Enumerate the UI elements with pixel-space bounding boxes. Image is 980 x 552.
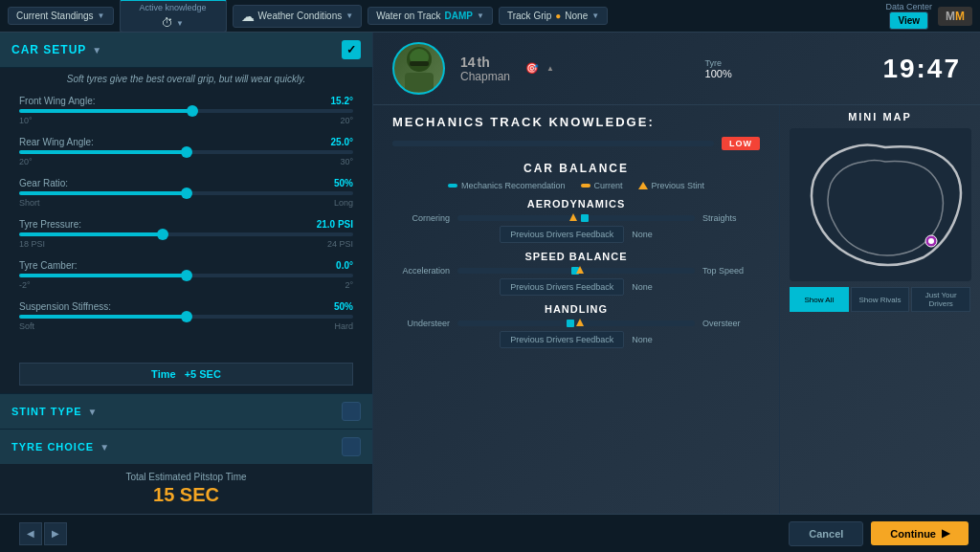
driver-icons: 🎯 ▲ xyxy=(525,62,554,75)
tyre-choice-bar[interactable]: TYRE CHOICE ▼ xyxy=(0,429,372,464)
slider-thumb-0[interactable] xyxy=(187,105,198,117)
speed-feedback-btn[interactable]: Previous Drivers Feedback xyxy=(500,278,624,296)
slider-range-2: Short Long xyxy=(19,198,353,208)
slider-max-2: Long xyxy=(334,198,353,208)
driver-name: Chapman xyxy=(460,70,510,83)
slider-range-1: 20° 30° xyxy=(19,157,353,166)
stint-type-bar[interactable]: STINT TYPE ▼ xyxy=(0,393,372,429)
continue-arrow: ▶ xyxy=(942,527,949,540)
water-value: DAMP xyxy=(445,11,473,21)
setup-subtitle: Soft tyres give the best overall grip, b… xyxy=(0,68,372,90)
slider-track-4[interactable] xyxy=(19,274,353,277)
handling-title: HANDLING xyxy=(392,303,760,315)
driver-status-icon: ▲ xyxy=(546,64,554,73)
slider-range-5: Soft Hard xyxy=(19,321,353,331)
aero-feedback-row: Previous Drivers Feedback None xyxy=(392,226,760,243)
speed-balance-row: SPEED BALANCE Acceleration Top Speed Pre… xyxy=(392,251,760,296)
aero-orange xyxy=(569,213,577,221)
svg-rect-5 xyxy=(790,128,971,281)
track-grip-dropdown[interactable]: Track Grip ● None ▼ xyxy=(499,7,608,25)
slider-thumb-1[interactable] xyxy=(181,146,192,158)
mini-map-canvas xyxy=(790,128,971,281)
slider-thumb-2[interactable] xyxy=(181,188,192,199)
slider-fill-4 xyxy=(19,274,187,277)
slider-label-text-3: Tyre Pressure: xyxy=(19,219,81,230)
tyre-label: Tyre xyxy=(705,58,723,68)
slider-track-5[interactable] xyxy=(19,315,353,319)
slider-track-2[interactable] xyxy=(19,191,353,195)
stint-type-label: STINT TYPE ▼ xyxy=(11,406,98,417)
data-center-btn[interactable]: View xyxy=(889,11,928,30)
slider-value-0: 15.2° xyxy=(331,96,353,106)
data-center-label: Data Center xyxy=(885,2,932,11)
weather-dropdown[interactable]: ☁ Weather Conditions ▼ xyxy=(233,5,363,28)
standings-dropdown[interactable]: Current Standings ▼ xyxy=(8,7,114,25)
standings-arrow: ▼ xyxy=(98,11,105,20)
slider-label-text-0: Front Wing Angle: xyxy=(19,96,95,106)
target-icon: 🎯 xyxy=(525,62,539,75)
aero-feedback-value: None xyxy=(632,230,653,239)
aerodynamics-title: AERODYNAMICS xyxy=(392,198,760,210)
handling-row: HANDLING Understeer Oversteer Previous D… xyxy=(392,303,760,348)
water-label: Water on Track xyxy=(376,11,440,21)
aero-feedback-btn[interactable]: Previous Drivers Feedback xyxy=(500,226,624,243)
tyre-pct: 100% xyxy=(705,68,732,79)
slider-value-3: 21.0 PSI xyxy=(317,219,353,230)
bottom-bar: ◀ ▶ Cancel Continue ▶ xyxy=(0,514,980,552)
track-grip-label: Track Grip xyxy=(507,11,551,21)
weather-arrow: ▼ xyxy=(345,11,353,20)
legend: Mechanics Recomendation Current Previous… xyxy=(392,181,760,190)
speed-right-label: Top Speed xyxy=(702,266,760,276)
cancel-button[interactable]: Cancel xyxy=(789,521,863,546)
slider-range-4: -2° 2° xyxy=(19,280,353,290)
car-setup-header: CAR SETUP ▼ ✓ xyxy=(0,33,372,68)
water-arrow: ▼ xyxy=(477,11,484,20)
slider-thumb-3[interactable] xyxy=(157,229,168,240)
active-knowledge-arrow: ▼ xyxy=(176,19,184,28)
slider-track-3[interactable] xyxy=(19,232,353,236)
aero-teal xyxy=(581,214,589,222)
btn-just-drivers[interactable]: Just Your Drivers xyxy=(911,287,970,312)
slider-max-1: 30° xyxy=(340,157,353,166)
driver-position-block: 14th Chapman xyxy=(460,55,510,83)
driver-info: 14th Chapman 🎯 ▲ Tyre 100% 19:47 xyxy=(373,33,980,105)
sliders-container: Front Wing Angle: 15.2° 10° 20° Rear Win… xyxy=(0,90,372,359)
car-setup-check[interactable]: ✓ xyxy=(342,40,361,59)
nav-next[interactable]: ▶ xyxy=(44,522,67,545)
slider-thumb-5[interactable] xyxy=(181,311,192,322)
slider-thumb-4[interactable] xyxy=(181,270,192,281)
legend-current: Current xyxy=(581,181,623,190)
handling-feedback-btn[interactable]: Previous Drivers Feedback xyxy=(500,331,624,348)
aero-right-label: Straights xyxy=(702,213,760,223)
slider-fill-1 xyxy=(19,150,187,154)
active-knowledge-label: Active knowledge xyxy=(140,3,207,12)
slider-track-0[interactable] xyxy=(19,109,353,113)
slider-fill-2 xyxy=(19,191,187,195)
knowledge-badge: LOW xyxy=(722,137,760,150)
tyre-choice-label: TYRE CHOICE ▼ xyxy=(11,441,110,453)
active-knowledge-dropdown[interactable]: Active knowledge ⏱ ▼ xyxy=(120,0,227,33)
slider-min-5: Soft xyxy=(19,321,34,331)
track-grip-value: None xyxy=(565,11,588,21)
legend-dot-current xyxy=(581,184,590,188)
water-dropdown[interactable]: Water on Track DAMP ▼ xyxy=(368,7,493,25)
btn-show-all[interactable]: Show All xyxy=(790,287,849,312)
tyre-choice-box xyxy=(342,437,361,456)
tyre-choice-arrow: ▼ xyxy=(100,442,110,453)
slider-range-0: 10° 20° xyxy=(19,116,353,125)
btn-show-rivals[interactable]: Show Rivals xyxy=(851,287,910,312)
slider-min-1: 20° xyxy=(19,157,33,166)
continue-button[interactable]: Continue ▶ xyxy=(871,521,969,545)
slider-track-1[interactable] xyxy=(19,150,353,154)
speed-feedback-row: Previous Drivers Feedback None xyxy=(392,278,760,296)
slider-value-2: 50% xyxy=(334,178,353,188)
slider-max-3: 24 PSI xyxy=(327,239,353,249)
handling-left-label: Understeer xyxy=(392,319,450,328)
nav-prev[interactable]: ◀ xyxy=(19,522,42,545)
slider-label-text-1: Rear Wing Angle: xyxy=(19,137,94,147)
slider-min-2: Short xyxy=(19,198,40,208)
slider-row-1: Rear Wing Angle: 25.0° 20° 30° xyxy=(19,137,353,166)
right-main: MECHANICS TRACK KNOWLEDGE: LOW CAR BALAN… xyxy=(373,105,779,514)
handling-feedback-row: Previous Drivers Feedback None xyxy=(392,331,760,348)
slider-min-4: -2° xyxy=(19,280,31,290)
